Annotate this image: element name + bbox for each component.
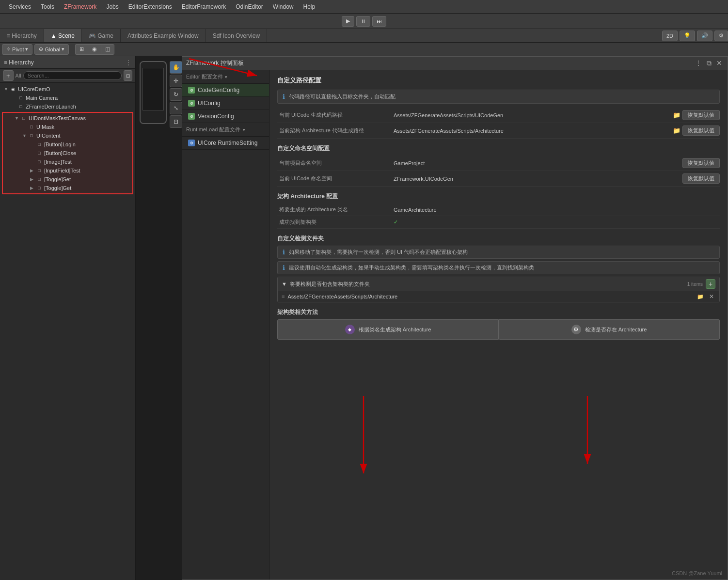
- menu-window[interactable]: Window: [268, 1, 299, 12]
- play-button[interactable]: ▶: [342, 16, 354, 27]
- global-button[interactable]: ⊕ Global ▾: [34, 44, 69, 55]
- tree-arrow-toggleset: ▶: [30, 177, 36, 182]
- arch-found-value: ✓: [394, 219, 720, 225]
- hierarchy-panel: ≡ Hierarchy ⋮ + All ⊡ ▼ ◉ UICoreDemO □ M…: [0, 56, 136, 580]
- hierarchy-tree: ▼ ◉ UICoreDemO □ Main Camera □ ZFrameDem…: [0, 83, 135, 580]
- warning-row-2: ℹ 建议使用自动化生成架构类，如果手动生成架构类，需要填写架构类名并执行一次检测…: [277, 261, 720, 274]
- imagetest-icon: □: [36, 158, 43, 165]
- tree-item-imagetest[interactable]: □ [Image]Test: [3, 157, 132, 166]
- zf-detach-icon[interactable]: ⧉: [705, 59, 713, 67]
- rotate-tool[interactable]: ↻: [170, 88, 182, 101]
- tree-item-maincamera[interactable]: □ Main Camera: [0, 94, 135, 102]
- menu-editorframework[interactable]: EditorFramework: [177, 1, 231, 12]
- versionconfig-icon: ⚙: [188, 113, 195, 120]
- zf-sidebar: Editor 配置文件 ▾ ⚙ CodeGenConfig ⚙ UIConfig…: [182, 70, 269, 580]
- pivot-button[interactable]: ✧ Pivot ▾: [2, 44, 32, 55]
- hand-tool[interactable]: ✋: [170, 61, 182, 74]
- folder-item-actions: 📁 ✕: [695, 293, 715, 300]
- tree-item-zframedemolaunch[interactable]: □ ZFrameDemoLaunch: [0, 102, 135, 111]
- menu-services[interactable]: Services: [4, 1, 36, 12]
- zf-menu-uiconfig[interactable]: ⚙ UIConfig: [182, 97, 269, 110]
- light-button[interactable]: 💡: [680, 31, 695, 41]
- uicorert-icon: ⚙: [188, 140, 195, 146]
- menu-jobs[interactable]: Jobs: [101, 1, 123, 12]
- uicodepath-restore-btn[interactable]: 恢复默认值: [682, 110, 720, 120]
- arch-classname-value: GameArchitecture: [394, 207, 720, 213]
- pivot-chevron-icon: ▾: [25, 46, 28, 52]
- project-ns-restore-btn[interactable]: 恢复默认值: [682, 158, 720, 168]
- 2d-button[interactable]: 2D: [662, 31, 678, 41]
- gizmos-button[interactable]: ⚙: [714, 31, 728, 41]
- tab-sdf-icon[interactable]: Sdf Icon Overview: [206, 29, 267, 42]
- config-row-archpath: 当前架构 Architecture 代码生成路径 Assets/ZFGenera…: [277, 123, 720, 139]
- snap-button[interactable]: ◉: [88, 44, 101, 55]
- tree-item-toggleset[interactable]: ▶ □ [Toggle]Set: [3, 175, 132, 184]
- zf-body: Editor 配置文件 ▾ ⚙ CodeGenConfig ⚙ UIConfig…: [182, 70, 728, 580]
- zf-header-icons: ⋮ ⧉ ✕: [694, 59, 724, 67]
- hierarchy-settings-icon[interactable]: ⋮: [126, 59, 131, 66]
- config-row-uicode-ns: 当前 UICode 命名空间 ZFramework.UICodeGen 恢复默认…: [277, 171, 720, 187]
- audio-button[interactable]: 🔊: [697, 31, 712, 41]
- menu-odineditor[interactable]: OdinEditor: [231, 1, 268, 12]
- buttonlogin-icon: □: [36, 141, 43, 148]
- zf-close-icon[interactable]: ✕: [715, 59, 724, 67]
- zf-runtime-section: RuntimeLoad 配置文件 ▾: [182, 123, 269, 137]
- menu-tools[interactable]: Tools: [36, 1, 59, 12]
- config-row-uicodepath: 当前 UICode 生成代码路径 Assets/ZFGenerateAssets…: [277, 108, 720, 123]
- tab-hierarchy[interactable]: ≡ Hierarchy: [0, 29, 44, 42]
- menu-zframework[interactable]: ZFramework: [59, 1, 101, 12]
- scene-area: ✋ ✛ ↻ ⤡ ⊡ ZFramework 控制面板 ⋮ ⧉ ✕: [136, 56, 728, 580]
- pause-button[interactable]: ⏸: [356, 16, 370, 27]
- tree-item-inputfieldtest[interactable]: ▶ □ [InputField]Test: [3, 166, 132, 175]
- tab-attributes-example[interactable]: Attributes Example Window: [121, 29, 206, 42]
- uicode-ns-value: ZFramework.UICodeGen: [394, 176, 682, 182]
- folder-item-delete-btn[interactable]: ✕: [708, 293, 715, 300]
- folder-header-label: 将要检测是否包含架构类的文件夹: [290, 281, 370, 288]
- tab-scene[interactable]: ▲ Scene: [44, 29, 82, 42]
- tree-item-uicoredemo[interactable]: ▼ ◉ UICoreDemO: [0, 85, 135, 94]
- tree-item-uidontmask[interactable]: ▼ □ UIDontMaskTestCanvas: [3, 114, 132, 123]
- grid-button[interactable]: ⊞: [75, 44, 88, 55]
- tree-item-uimask[interactable]: □ UIMask: [3, 123, 132, 131]
- move-tool[interactable]: ✛: [170, 75, 182, 87]
- folder-add-button[interactable]: +: [706, 279, 715, 289]
- generate-arch-icon: ◆: [345, 325, 355, 334]
- uicorert-label: UICore RuntimeSetting: [198, 140, 257, 146]
- main-area: ≡ Hierarchy ⋮ + All ⊡ ▼ ◉ UICoreDemO □ M…: [0, 56, 728, 580]
- hierarchy-search-input[interactable]: [23, 71, 122, 80]
- folder-header[interactable]: ▼ 将要检测是否包含架构类的文件夹 1 items +: [278, 277, 719, 291]
- uicode-ns-restore-btn[interactable]: 恢复默认值: [682, 173, 720, 184]
- folder-item-browse-btn[interactable]: 📁: [695, 293, 706, 300]
- step-button[interactable]: ⏭: [372, 16, 386, 27]
- zf-menu-uicorert[interactable]: ⚙ UICore RuntimeSetting: [182, 137, 269, 150]
- folder-item-path-text: Assets/ZFGenerateAssets/Scripts/Architec…: [287, 294, 397, 299]
- info-icon-3: ℹ: [283, 264, 285, 271]
- detect-title: 自定义检测文件夹: [277, 235, 720, 243]
- layout-button[interactable]: ◫: [101, 44, 114, 55]
- tab-game[interactable]: 🎮 Game: [82, 29, 121, 42]
- tree-item-toggleget[interactable]: ▶ □ [Toggle]Get: [3, 184, 132, 192]
- uicodepath-folder-btn[interactable]: 📁: [671, 111, 682, 119]
- zf-menu-versionconfig[interactable]: ⚙ VersionConfig: [182, 110, 269, 123]
- archpath-folder-btn[interactable]: 📁: [671, 127, 682, 134]
- codegen-label: CodeGenConfig: [198, 87, 239, 94]
- menu-help[interactable]: Help: [299, 1, 320, 12]
- detect-arch-btn[interactable]: ⚙ 检测是否存在 Architecture: [499, 319, 720, 340]
- zf-editor-section: Editor 配置文件 ▾: [182, 70, 269, 84]
- scale-tool[interactable]: ⤡: [170, 102, 182, 114]
- tree-item-buttonlogin[interactable]: □ [Button]Login: [3, 140, 132, 149]
- view-tool-group: ⊞ ◉ ◫: [75, 44, 114, 55]
- hierarchy-add-button[interactable]: +: [3, 70, 14, 81]
- rect-tool[interactable]: ⊡: [170, 115, 182, 128]
- zf-menu-icon-btn[interactable]: ⋮: [694, 59, 703, 67]
- methods-section: 架构类相关方法 ◆ 根据类名生成架构 Architecture ⚙ 检测是否存在…: [277, 308, 720, 340]
- hierarchy-filter-button[interactable]: ⊡: [124, 70, 132, 81]
- menu-editorextensions[interactable]: EditorExtensions: [124, 1, 177, 12]
- tree-item-uicontent[interactable]: ▼ □ UIContent: [3, 131, 132, 140]
- warning-text-1: 如果移动了架构类，需要执行一次检测，否则 UI 代码不会正确配置核心架构: [289, 249, 468, 256]
- tree-item-buttonclose[interactable]: □ [Button]Close: [3, 149, 132, 157]
- generate-arch-btn[interactable]: ◆ 根据类名生成架构 Architecture: [277, 319, 499, 340]
- archpath-restore-btn[interactable]: 恢复默认值: [682, 125, 720, 136]
- zf-menu-codegen[interactable]: ⚙ CodeGenConfig: [182, 84, 269, 97]
- toggleset-icon: □: [36, 176, 43, 183]
